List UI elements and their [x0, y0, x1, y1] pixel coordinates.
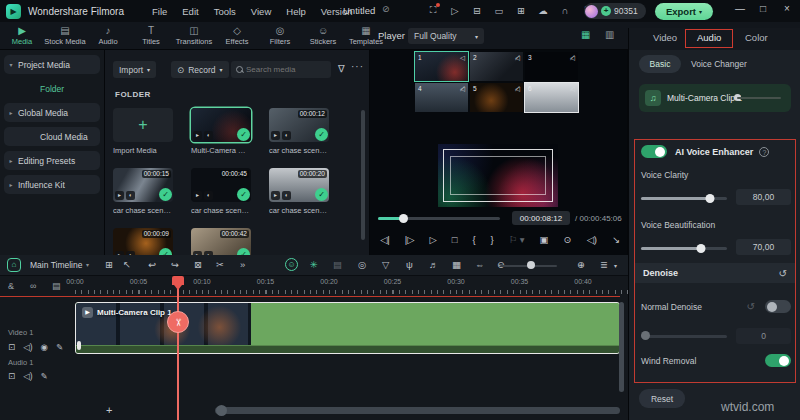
- search-input[interactable]: [246, 65, 326, 74]
- media-item[interactable]: ▸◐ ✓ Multi-Camera Cl...: [191, 108, 251, 155]
- menu-item[interactable]: Edit: [182, 6, 198, 17]
- mark-out-button[interactable]: }: [491, 234, 494, 245]
- clip-volume-slider[interactable]: [737, 97, 781, 99]
- export-button[interactable]: Export▾: [655, 3, 713, 20]
- media-item[interactable]: 00:00:20 ▸◐ ✓ car chase scene 5: [269, 168, 329, 215]
- add-track-button[interactable]: +: [106, 404, 112, 416]
- clip-trim-handle[interactable]: [77, 341, 81, 350]
- chevron-down-icon[interactable]: ▾: [614, 262, 617, 269]
- playhead-handle[interactable]: [172, 276, 184, 285]
- ribbon-tab[interactable]: ▶ Media: [4, 22, 40, 46]
- play-button[interactable]: ▷: [429, 234, 436, 245]
- camera-cell[interactable]: 3 ◁̸: [525, 52, 578, 81]
- denoise-section-header[interactable]: Denoise ↺: [634, 263, 796, 283]
- timeline-clip[interactable]: ▶ Multi-Camera Clip 1: [75, 302, 620, 354]
- media-search[interactable]: [231, 61, 331, 78]
- marker-button[interactable]: ⚐ ▾: [509, 234, 525, 245]
- home-icon[interactable]: ⌂: [7, 258, 21, 272]
- mute-icon[interactable]: ◁): [23, 371, 32, 381]
- slider-value[interactable]: 80,00: [736, 189, 791, 205]
- multicam-view-icon[interactable]: ▦: [581, 29, 590, 40]
- seek-bar[interactable]: [378, 217, 500, 220]
- audio-mixer-icon[interactable]: ♬: [429, 259, 439, 270]
- menu-item[interactable]: Tools: [214, 6, 236, 17]
- reset-button[interactable]: Reset: [639, 389, 685, 408]
- slider-track[interactable]: [641, 247, 727, 250]
- zoom-fit-icon[interactable]: ⇔: [475, 259, 485, 270]
- timeline-zoom-handle[interactable]: [527, 261, 535, 269]
- more-options-icon[interactable]: ···: [351, 61, 364, 72]
- media-item[interactable]: 00:00:45 ▸◐ ✓ car chase scene 1: [191, 168, 251, 215]
- restore-button[interactable]: □: [760, 3, 766, 14]
- reset-denoise-icon[interactable]: ↺: [747, 301, 755, 312]
- snapshot-button[interactable]: ⊙: [564, 234, 572, 245]
- subtab-voice-changer[interactable]: Voice Changer: [691, 59, 747, 69]
- stop-button[interactable]: □: [452, 234, 458, 245]
- timeline-vertical-scrollbar[interactable]: [619, 302, 624, 392]
- mic-icon[interactable]: ψ: [406, 259, 413, 270]
- support-icon[interactable]: ∩: [558, 3, 572, 17]
- scrollbar-knob[interactable]: [216, 405, 227, 416]
- ribbon-tab[interactable]: ▤ Stock Media: [47, 22, 83, 46]
- record-button[interactable]: ⊙ Record▾: [171, 61, 229, 78]
- ai-effect-icon[interactable]: ✳: [310, 259, 318, 270]
- media-item[interactable]: 00:00:42 ▸◐ ✓: [191, 228, 251, 255]
- split-cursor-icon[interactable]: ✂: [167, 311, 189, 333]
- tab-color[interactable]: Color: [745, 32, 768, 43]
- slider-handle[interactable]: [705, 194, 714, 203]
- wind-removal-toggle[interactable]: [765, 354, 791, 367]
- close-button[interactable]: ×: [784, 3, 790, 14]
- ribbon-tab[interactable]: ♪ Audio: [90, 22, 126, 46]
- card-icon[interactable]: ▭: [492, 3, 506, 17]
- filter-icon[interactable]: ∇: [338, 63, 345, 74]
- record-voiceover-icon[interactable]: ◎: [358, 259, 366, 270]
- menu-item[interactable]: File: [152, 6, 167, 17]
- sidebar-item[interactable]: ▸ Influence Kit: [4, 175, 100, 194]
- track-manager-icon[interactable]: ≣: [600, 259, 608, 270]
- cloud-upload-icon[interactable]: ☁: [536, 3, 550, 17]
- marker-icon[interactable]: ▽: [382, 259, 389, 270]
- sidebar-item[interactable]: ▾ Project Media: [4, 55, 100, 74]
- ribbon-tab[interactable]: ◇ Effects: [219, 22, 255, 46]
- mark-in-button[interactable]: {: [472, 234, 475, 245]
- gift-icon[interactable]: ⛶: [426, 3, 440, 17]
- camera-audio-icon[interactable]: ◁̸: [515, 54, 520, 62]
- normal-denoise-toggle[interactable]: [765, 300, 791, 313]
- video-preview[interactable]: [438, 144, 558, 207]
- next-frame-button[interactable]: |▷: [405, 234, 415, 245]
- sidebar-item[interactable]: ▸ Global Media: [4, 103, 100, 122]
- layout-grid-icon[interactable]: ⊞: [105, 259, 113, 270]
- camera-cell[interactable]: 1 ◁: [415, 52, 468, 81]
- lock-icon[interactable]: ⊡: [8, 371, 15, 381]
- help-icon[interactable]: ?: [759, 147, 769, 157]
- tab-video[interactable]: Video: [653, 32, 677, 43]
- share-icon[interactable]: ▷: [448, 3, 462, 17]
- delete-icon[interactable]: ⊠: [194, 259, 202, 270]
- media-scrollbar[interactable]: [361, 110, 365, 240]
- sidebar-item[interactable]: Cloud Media: [4, 127, 100, 146]
- camera-audio-icon[interactable]: ◁: [460, 54, 465, 62]
- avatar[interactable]: [585, 5, 598, 18]
- ai-portrait-icon[interactable]: ☺: [285, 258, 298, 271]
- redo-icon[interactable]: ↪: [171, 259, 179, 270]
- link-icon[interactable]: ∞: [30, 281, 36, 291]
- crop-icon[interactable]: ▤: [333, 259, 342, 270]
- camera-audio-icon[interactable]: ◁̸: [515, 85, 520, 93]
- slider-track[interactable]: [641, 335, 727, 338]
- camera-cell[interactable]: 5 ◁̸: [470, 83, 523, 112]
- ribbon-tab[interactable]: ◎ Filters: [262, 22, 298, 46]
- camera-cell[interactable]: 4 ◁̸: [415, 83, 468, 112]
- slider-handle[interactable]: [697, 244, 706, 253]
- fullscreen-button[interactable]: ↘: [612, 234, 620, 245]
- ribbon-tab[interactable]: ◫ Transitions: [176, 22, 212, 46]
- scopes-icon[interactable]: ▥: [605, 29, 614, 40]
- slider-track[interactable]: [641, 197, 727, 200]
- split-icon[interactable]: ✂: [216, 259, 224, 270]
- lock-icon[interactable]: ⊡: [8, 342, 15, 352]
- media-item[interactable]: 00:00:15 ▸◐ ✓ car chase scene 2: [113, 168, 173, 215]
- camera-cell[interactable]: 2 ◁̸: [470, 52, 523, 81]
- media-item[interactable]: 00:00:12 ▸◐ ✓ car chase scene 3: [269, 108, 329, 155]
- reset-section-icon[interactable]: ↺: [779, 268, 787, 279]
- previous-frame-button[interactable]: ◁|: [380, 234, 390, 245]
- camera-audio-icon[interactable]: ◁̸: [570, 54, 575, 62]
